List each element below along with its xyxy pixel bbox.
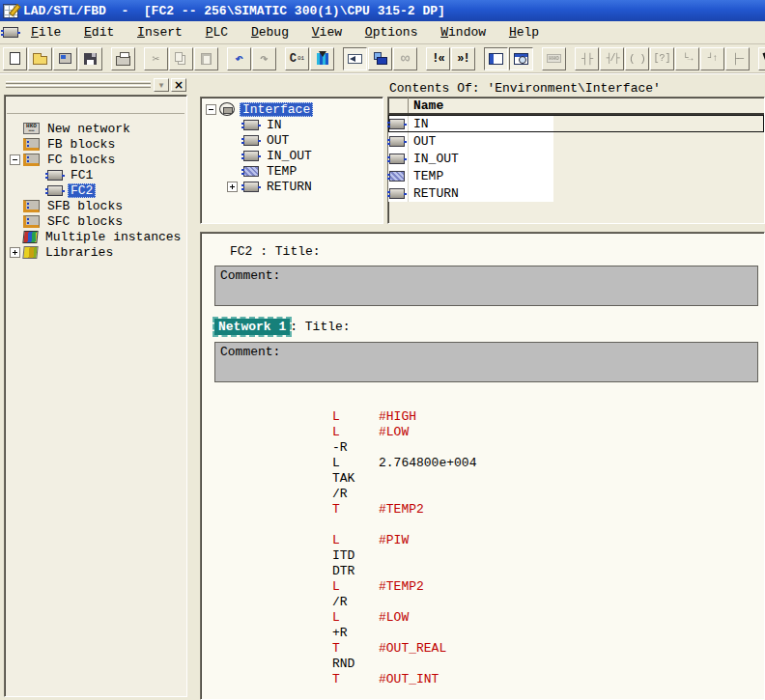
- menu-view[interactable]: View: [304, 23, 350, 42]
- tree-item-multiple-instances[interactable]: Multiple instances: [5, 229, 186, 244]
- symbol-info-button[interactable]: [368, 47, 392, 70]
- menu-help[interactable]: Help: [501, 23, 547, 42]
- row-icon-cell: [388, 150, 409, 167]
- tree-item-fc-blocks[interactable]: FC blocks: [5, 152, 186, 167]
- stl-operand: #OUT_REAL: [379, 641, 446, 656]
- menu-file[interactable]: File: [23, 23, 69, 42]
- tree-item-label: FC blocks: [44, 153, 118, 167]
- tree-expander[interactable]: [206, 104, 216, 115]
- tree-item-fc1[interactable]: FC1: [5, 167, 186, 182]
- menu-options[interactable]: Options: [357, 23, 426, 42]
- stl-opcode: T: [332, 672, 379, 686]
- coil-button[interactable]: [625, 47, 649, 70]
- iface-item-return[interactable]: RETURN: [201, 179, 382, 194]
- close-icon[interactable]: [171, 78, 186, 92]
- menu-window[interactable]: Window: [433, 23, 494, 42]
- copy-button[interactable]: [169, 47, 193, 70]
- row-name-cell: IN: [409, 115, 553, 132]
- iface-item-in[interactable]: IN: [201, 117, 382, 132]
- declaration-icon: [389, 171, 405, 182]
- name-column-header: Name: [409, 98, 443, 113]
- declaration-label: Interface: [240, 102, 313, 117]
- address-mode-button[interactable]: [285, 47, 309, 70]
- icon-column-header: [388, 98, 409, 113]
- active-document-icon: [3, 27, 18, 38]
- previous-error-button[interactable]: [426, 47, 450, 70]
- menu-debug[interactable]: Debug: [243, 23, 297, 42]
- stl-opcode: -R: [332, 440, 379, 455]
- stl-opcode: L: [332, 533, 379, 547]
- download-button[interactable]: [53, 47, 77, 70]
- paste-button[interactable]: [194, 47, 218, 70]
- connector-button[interactable]: [725, 47, 750, 70]
- monitor-glasses-button[interactable]: [393, 47, 417, 70]
- tree-item-libraries[interactable]: Libraries: [5, 244, 186, 260]
- contents-table: Name IN OUT IN_OUT: [387, 97, 765, 224]
- tree-item-new-network[interactable]: New network: [5, 121, 186, 136]
- redo-button[interactable]: [252, 47, 276, 70]
- comment-toggle-button[interactable]: [343, 47, 367, 70]
- iface-item-interface[interactable]: Interface: [201, 101, 382, 117]
- program-elements-tree: New network FB blocks FC blocks: [5, 114, 186, 260]
- row-name-cell: IN_OUT: [409, 150, 553, 167]
- contents-row-temp[interactable]: TEMP: [388, 167, 764, 184]
- contents-row-out[interactable]: OUT: [388, 132, 764, 150]
- block-comment-box[interactable]: Comment:: [214, 266, 758, 306]
- tree-item-sfb-blocks[interactable]: SFB blocks: [5, 198, 186, 213]
- tree-expander[interactable]: [10, 247, 20, 258]
- save-button[interactable]: [78, 47, 102, 70]
- contents-row-in[interactable]: IN: [388, 115, 764, 132]
- tree-expander[interactable]: [227, 182, 238, 192]
- tree-item-icon: [23, 138, 40, 151]
- tree-expander[interactable]: [10, 154, 20, 165]
- overview-toggle-button[interactable]: [484, 47, 508, 70]
- stl-opcode: L: [332, 409, 379, 424]
- tree-item-fc2[interactable]: FC2: [5, 182, 186, 198]
- next-error-button[interactable]: [451, 47, 475, 70]
- network-badge[interactable]: Network 1: [214, 319, 290, 335]
- iface-item-temp[interactable]: TEMP: [201, 163, 382, 179]
- tree-item-label: Libraries: [42, 245, 116, 260]
- menu-items: File Edit Insert PLC Debug View Options …: [23, 23, 547, 42]
- declaration-icon: [243, 151, 259, 161]
- menu-edit[interactable]: Edit: [76, 23, 122, 42]
- tree-item-sfc-blocks[interactable]: SFC blocks: [5, 213, 186, 229]
- iface-item-in-out[interactable]: IN_OUT: [201, 148, 382, 163]
- stl-code: L#HIGH L#LOW -R L2.764800e+004 TAK: [201, 395, 764, 673]
- iface-item-out[interactable]: OUT: [201, 132, 382, 148]
- palette-header: [4, 77, 187, 95]
- open-branch-button[interactable]: [675, 47, 699, 70]
- code-line[interactable]: L#HIGH: [201, 395, 764, 410]
- stl-operand: #PIW: [379, 533, 409, 547]
- cut-button[interactable]: [144, 47, 168, 70]
- new-network-button[interactable]: [542, 47, 566, 70]
- comment-label: Comment:: [220, 268, 280, 283]
- stl-opcode: RND: [332, 657, 379, 671]
- close-branch-button[interactable]: [700, 47, 724, 70]
- block-title[interactable]: FC2 : Title:: [230, 244, 764, 259]
- palette-drag-grip[interactable]: [6, 81, 151, 89]
- empty-box-button[interactable]: [650, 47, 674, 70]
- tree-item-icon: [23, 215, 40, 228]
- contents-row-return[interactable]: RETURN: [388, 184, 764, 202]
- declaration-icon: [219, 102, 235, 116]
- comment-label: Comment:: [220, 345, 280, 359]
- menu-plc[interactable]: PLC: [198, 23, 236, 42]
- undo-button[interactable]: [227, 47, 251, 70]
- detail-view-button[interactable]: [509, 47, 533, 70]
- title-bar[interactable]: LAD/STL/FBD - [FC2 -- 256\SIMATIC 300(1)…: [0, 0, 765, 21]
- contents-row-in-out[interactable]: IN_OUT: [388, 150, 764, 167]
- load-memory-button[interactable]: [310, 47, 334, 70]
- print-button[interactable]: [111, 47, 135, 70]
- declaration-label: IN: [264, 118, 285, 132]
- contact-nc-button[interactable]: [600, 47, 624, 70]
- help-select-button[interactable]: [758, 47, 765, 70]
- chevron-down-icon[interactable]: [154, 78, 169, 92]
- menu-insert[interactable]: Insert: [129, 23, 190, 42]
- contact-no-button[interactable]: [575, 47, 599, 70]
- new-button[interactable]: [3, 47, 27, 70]
- open-button[interactable]: [28, 47, 52, 70]
- network-comment-box[interactable]: Comment:: [214, 342, 758, 382]
- stl-code-editor[interactable]: FC2 : Title: Comment: Network 1: Title: …: [200, 232, 765, 700]
- tree-item-fb-blocks[interactable]: FB blocks: [5, 136, 186, 152]
